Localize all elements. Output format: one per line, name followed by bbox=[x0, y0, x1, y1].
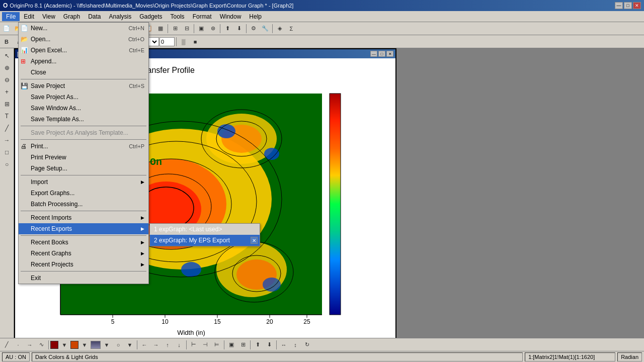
title-bar: O OriginPro 8.1 (Academic) - \\ffs\share… bbox=[0, 0, 644, 11]
arrange-btn[interactable]: ▣ bbox=[196, 24, 207, 34]
menu-open-excel[interactable]: 📊 Open Excel... Ctrl+E bbox=[19, 45, 148, 56]
bt-draw-dot[interactable]: · bbox=[13, 340, 24, 350]
status-colors: Dark Colors & Light Grids bbox=[32, 352, 523, 361]
menu-recent-graphs[interactable]: Recent Graphs bbox=[19, 248, 148, 259]
menu-page-setup[interactable]: Page Setup... bbox=[19, 163, 148, 174]
new-matrix-btn[interactable]: ▦ bbox=[155, 24, 166, 34]
zoom-out-tool[interactable]: ⊖ bbox=[2, 74, 13, 85]
script-btn[interactable]: ⚙ bbox=[248, 24, 259, 34]
menu-recent-imports[interactable]: Recent Imports bbox=[19, 212, 148, 223]
data-reader-tool[interactable]: + bbox=[2, 86, 13, 98]
fill-pattern-btn[interactable]: ▒ bbox=[178, 37, 189, 47]
bt-group[interactable]: ▣ bbox=[226, 340, 237, 350]
bold-btn[interactable]: B bbox=[1, 37, 12, 47]
bt-flipv[interactable]: ↕ bbox=[290, 340, 301, 350]
bt-pattern-1[interactable] bbox=[91, 341, 101, 349]
merge-btn[interactable]: ⊛ bbox=[207, 24, 218, 34]
new-btn[interactable]: 📄 bbox=[1, 24, 12, 34]
recent-export-2[interactable]: 2 expGraph: My EPS Export ✕ bbox=[150, 235, 260, 246]
menu-exit[interactable]: Exit bbox=[19, 273, 148, 284]
menu-label-open-excel: Open Excel... bbox=[31, 47, 67, 54]
bt-distribute[interactable]: ⊨ bbox=[211, 340, 222, 350]
stats-btn[interactable]: Σ bbox=[286, 24, 297, 34]
bt-shape-circle[interactable]: ○ bbox=[113, 340, 124, 350]
bt-rotate[interactable]: ↻ bbox=[301, 340, 312, 350]
menu-edit[interactable]: Edit bbox=[20, 12, 38, 21]
menu-shortcut-open-excel: Ctrl+E bbox=[129, 47, 144, 53]
close-button[interactable]: ✕ bbox=[633, 2, 641, 9]
fit-btn[interactable]: ◈ bbox=[274, 24, 285, 34]
menu-append[interactable]: ⊞ Append... bbox=[19, 56, 148, 67]
bt-move-down[interactable]: ↓ bbox=[174, 340, 185, 350]
bt-shape-drop[interactable]: ▼ bbox=[124, 340, 135, 350]
bt-move-up[interactable]: ↑ bbox=[162, 340, 173, 350]
menu-graph[interactable]: Graph bbox=[59, 12, 84, 21]
menu-new[interactable]: 📄 New... Ctrl+N bbox=[19, 23, 148, 34]
pointer-tool[interactable]: ↖ bbox=[2, 50, 13, 61]
screen-reader-tool[interactable]: ⊞ bbox=[2, 99, 13, 110]
bt-draw-arrow[interactable]: → bbox=[24, 340, 35, 350]
menu-print[interactable]: 🖨 Print... Ctrl+P bbox=[19, 141, 148, 152]
menu-close[interactable]: Close bbox=[19, 67, 148, 78]
bt-align-center[interactable]: ⊣ bbox=[200, 340, 211, 350]
menu-format[interactable]: Format bbox=[189, 12, 216, 21]
menu-recent-books[interactable]: Recent Books bbox=[19, 237, 148, 248]
menu-export-graphs[interactable]: Export Graphs... bbox=[19, 188, 148, 199]
menu-save-project[interactable]: 💾 Save Project Ctrl+S bbox=[19, 80, 148, 92]
graph-minimize-btn[interactable]: — bbox=[370, 51, 377, 57]
add-row-btn[interactable]: ⊟ bbox=[181, 24, 192, 34]
menu-view[interactable]: View bbox=[38, 12, 59, 21]
bt-send-back[interactable]: ⬇ bbox=[264, 340, 275, 350]
draw-text-tool[interactable]: T bbox=[2, 111, 13, 122]
zoom-in-tool[interactable]: ⊕ bbox=[2, 62, 13, 73]
menu-save-template-as[interactable]: Save Template As... bbox=[19, 114, 148, 125]
menu-data[interactable]: Data bbox=[84, 12, 105, 21]
line-width-input[interactable] bbox=[159, 37, 175, 46]
menu-open[interactable]: 📂 Open... Ctrl+O bbox=[19, 34, 148, 45]
bt-draw-line[interactable]: ╱ bbox=[1, 340, 12, 350]
menu-recent-projects[interactable]: Recent Projects bbox=[19, 259, 148, 270]
menu-label-batch-processing: Batch Processing... bbox=[31, 201, 83, 208]
draw-line-tool[interactable]: ╱ bbox=[2, 123, 13, 134]
menu-save-window-as[interactable]: Save Window As... bbox=[19, 103, 148, 114]
maximize-button[interactable]: □ bbox=[624, 2, 632, 9]
bt-ungroup[interactable]: ⊞ bbox=[237, 340, 249, 350]
menu-help[interactable]: Help bbox=[245, 12, 266, 21]
recent-export-1[interactable]: 1 expGraph: <Last used> bbox=[150, 224, 260, 235]
import-btn[interactable]: ⬆ bbox=[222, 24, 233, 34]
bt-fill-drop[interactable]: ▼ bbox=[79, 340, 90, 350]
fill-color-btn[interactable]: ■ bbox=[190, 37, 201, 47]
bt-bring-front[interactable]: ⬆ bbox=[252, 340, 263, 350]
bt-fill-1[interactable] bbox=[70, 341, 78, 349]
bt-move-left[interactable]: ← bbox=[139, 340, 150, 350]
menu-import[interactable]: Import bbox=[19, 176, 148, 188]
menu-tools[interactable]: Tools bbox=[167, 12, 189, 21]
bt-pattern-drop[interactable]: ▼ bbox=[101, 340, 112, 350]
menu-gadgets[interactable]: Gadgets bbox=[135, 12, 166, 21]
add-col-btn[interactable]: ⊞ bbox=[170, 24, 181, 34]
menu-window[interactable]: Window bbox=[216, 12, 246, 21]
titlebar-controls[interactable]: — □ ✕ bbox=[615, 2, 641, 9]
export-btn[interactable]: ⬇ bbox=[233, 24, 245, 34]
cold-spot-3 bbox=[181, 262, 201, 277]
bt-align-left[interactable]: ⊢ bbox=[188, 340, 199, 350]
menu-analysis[interactable]: Analysis bbox=[105, 12, 136, 21]
graph-close-btn[interactable]: ✕ bbox=[386, 51, 393, 57]
bt-move-right[interactable]: → bbox=[150, 340, 162, 350]
bt-draw-curve[interactable]: ∿ bbox=[36, 340, 47, 350]
menu-save-project-as[interactable]: Save Project As... bbox=[19, 92, 148, 103]
draw-arrow-tool[interactable]: → bbox=[2, 135, 13, 146]
bt-fliph[interactable]: ↔ bbox=[278, 340, 289, 350]
minimize-button[interactable]: — bbox=[615, 2, 623, 9]
menu-file[interactable]: File bbox=[2, 12, 20, 21]
draw-ellipse-tool[interactable]: ○ bbox=[2, 159, 13, 170]
tools-btn[interactable]: 🔧 bbox=[260, 24, 271, 34]
menu-print-preview[interactable]: Print Preview bbox=[19, 152, 148, 163]
recent-export-2-remove[interactable]: ✕ bbox=[251, 237, 258, 244]
graph-maximize-btn[interactable]: □ bbox=[378, 51, 385, 57]
menu-batch-processing[interactable]: Batch Processing... bbox=[19, 199, 148, 210]
bt-color-1[interactable] bbox=[50, 341, 58, 349]
menu-recent-exports[interactable]: Recent Exports 1 expGraph: <Last used> 2… bbox=[19, 223, 148, 234]
draw-rect-tool[interactable]: □ bbox=[2, 147, 13, 158]
bt-color-drop[interactable]: ▼ bbox=[59, 340, 70, 350]
